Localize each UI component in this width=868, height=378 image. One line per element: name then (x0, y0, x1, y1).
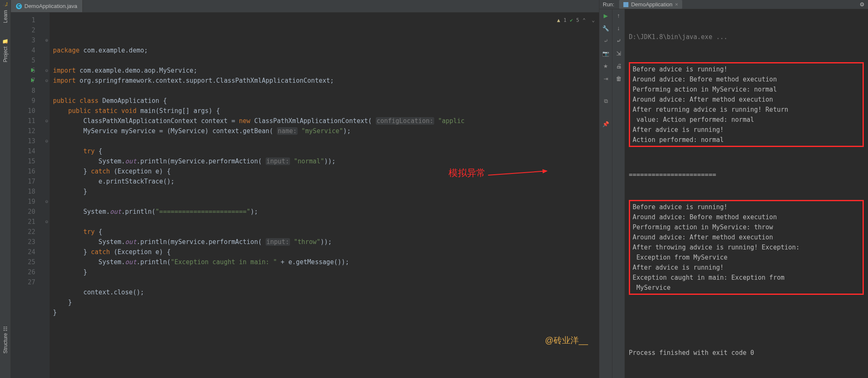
pin-icon[interactable]: 📌 (602, 120, 609, 128)
line-number: 13 (11, 136, 35, 146)
code-line[interactable]: } (53, 297, 599, 307)
run-toolbar-primary: ▶ 🔧 ⤶ 📷 ★ ⇥ ⧉ 📌 (599, 9, 612, 378)
code-line[interactable]: } (53, 186, 599, 197)
rerun-icon[interactable]: ▶ (602, 12, 609, 19)
editor-body[interactable]: 1234567891011121314151617181920212223242… (11, 13, 599, 378)
exit-icon[interactable]: ⇥ (602, 75, 609, 82)
scroll-end-icon[interactable]: ⇲ (615, 50, 623, 57)
code-line[interactable]: public static void main(String[] args) { (53, 106, 599, 116)
fold-mark-icon (44, 45, 50, 55)
code-line[interactable]: } (53, 307, 599, 318)
code-line[interactable]: try { (53, 227, 599, 237)
ok-count: 5 (576, 15, 579, 25)
run-gutter-icon[interactable] (31, 68, 34, 72)
line-number: 7 (11, 76, 35, 86)
code-line[interactable] (53, 277, 599, 287)
fold-mark-icon (44, 146, 50, 156)
project-tab[interactable]: Project 📁 (3, 39, 8, 62)
code-line[interactable] (53, 136, 599, 146)
down-arrow-icon[interactable]: ↓ (615, 24, 623, 32)
fold-mark-icon (44, 257, 50, 267)
line-number: 22 (11, 227, 35, 237)
code-line[interactable]: MyService myService = (MyService) contex… (53, 126, 599, 136)
up-arrow-icon[interactable]: ↑ (615, 12, 623, 19)
line-number: 27 (11, 277, 35, 287)
fold-mark-icon[interactable]: ⊕ (44, 35, 50, 45)
code-line[interactable]: import com.example.demo.aop.MyService; (53, 66, 599, 76)
fold-mark-icon (44, 156, 50, 166)
code-line[interactable]: } catch (Exception e) { (53, 247, 599, 257)
wrap-icon[interactable]: ⤶ (602, 37, 609, 45)
caret-icons[interactable]: ⌃ ⌄ (583, 15, 595, 25)
layout-icon[interactable]: ⧉ (602, 97, 609, 105)
code-line[interactable]: ClassPathXmlApplicationContext context =… (53, 116, 599, 126)
fold-mark-icon[interactable]: ⊖ (44, 197, 50, 207)
run-toolbar-secondary: ↑ ↓ ⤶ ⇲ 🖨 🗑 (612, 9, 625, 378)
fold-mark-icon (44, 126, 50, 136)
code-line[interactable] (53, 197, 599, 207)
exit-code-line: Process finished with exit code 0 (629, 348, 864, 358)
fold-mark-icon (44, 207, 50, 217)
console-line: Action performed: normal (633, 135, 860, 145)
code-line[interactable]: public class DemoApplication { (53, 96, 599, 106)
line-number: 10 (11, 106, 35, 116)
warning-icon: ▲ (557, 15, 560, 25)
wrench-icon[interactable]: 🔧 (602, 24, 609, 32)
code-line[interactable]: } (53, 267, 599, 277)
line-number: 4 (11, 45, 35, 55)
clear-icon[interactable]: 🗑 (615, 75, 623, 82)
fold-gutter[interactable]: ⊕⊖⊖⊖⊖⊖⊖ (44, 13, 50, 378)
star-icon[interactable]: ★ (602, 62, 609, 70)
console-line: Before advice is running! (633, 202, 860, 212)
close-run-tab-icon[interactable]: × (675, 1, 678, 8)
fold-mark-icon (44, 227, 50, 237)
code-line[interactable]: try { (53, 146, 599, 156)
code-line[interactable]: System.out.println(myService.performActi… (53, 237, 599, 247)
line-number: 8 (11, 86, 35, 96)
console-line: Around advice: After method execution (633, 94, 860, 105)
code-line[interactable]: package com.example.demo; (53, 45, 599, 55)
code-line[interactable]: } catch (Exception e) { (53, 166, 599, 176)
inspection-widget[interactable]: ▲ 1 ✔ 5 ⌃ ⌄ (557, 15, 595, 25)
learn-tab[interactable]: Learn 🎓 (3, 3, 8, 23)
code-line[interactable] (53, 86, 599, 96)
print-icon[interactable]: 🖨 (615, 62, 623, 70)
fold-mark-icon[interactable]: ⊖ (44, 217, 50, 227)
fold-mark-icon (44, 176, 50, 186)
fold-mark-icon[interactable]: ⊖ (44, 116, 50, 126)
line-number: 11 (11, 116, 35, 126)
code-line[interactable]: System.out.println("====================… (53, 207, 599, 217)
highlight-box-1: Before advice is running!Around advice: … (629, 62, 864, 147)
run-gutter-icon[interactable] (31, 78, 34, 82)
run-settings-icon[interactable]: ⚙ (860, 1, 865, 8)
code-line[interactable] (53, 55, 599, 66)
code-line[interactable] (53, 217, 599, 227)
console-line: Performing action in MyService: throw (633, 222, 860, 232)
line-number: 2 (11, 25, 35, 35)
fold-mark-icon[interactable]: ⊖ (44, 66, 50, 76)
run-tool-window: Run: DemoApplication × ⚙ ▶ 🔧 ⤶ 📷 ★ ⇥ ⧉ 📌 (599, 0, 868, 378)
fold-mark-icon (44, 186, 50, 197)
code-line[interactable]: import org.springframework.context.suppo… (53, 76, 599, 86)
camera-icon[interactable]: 📷 (602, 50, 609, 57)
file-tab-demoapplication[interactable]: C DemoApplication.java (11, 0, 83, 12)
line-number: 1 (11, 15, 35, 25)
line-number: 21 (11, 217, 35, 227)
fold-mark-icon (44, 96, 50, 106)
run-config-tab[interactable]: DemoApplication × (619, 0, 682, 9)
line-number: 26 (11, 267, 35, 277)
console-line: Around advice: After method execution (633, 232, 860, 242)
code-line[interactable]: e.printStackTrace(); (53, 176, 599, 186)
code-area[interactable]: ▲ 1 ✔ 5 ⌃ ⌄ package com.example.demo; im… (50, 13, 599, 378)
console-line: After advice is running! (633, 125, 860, 135)
structure-tab[interactable]: Structure ☷ (3, 326, 8, 354)
code-line[interactable]: System.out.println(myService.performActi… (53, 156, 599, 166)
line-number: 16 (11, 166, 35, 176)
console-output[interactable]: D:\JDK1.8\bin\java.exe ... Before advice… (625, 9, 868, 378)
fold-mark-icon[interactable]: ⊖ (44, 76, 50, 86)
line-number: 17 (11, 176, 35, 186)
fold-mark-icon[interactable]: ⊖ (44, 136, 50, 146)
code-line[interactable]: System.out.println("Exception caught in … (53, 257, 599, 267)
soft-wrap-icon[interactable]: ⤶ (615, 37, 623, 45)
code-line[interactable]: context.close(); (53, 287, 599, 297)
